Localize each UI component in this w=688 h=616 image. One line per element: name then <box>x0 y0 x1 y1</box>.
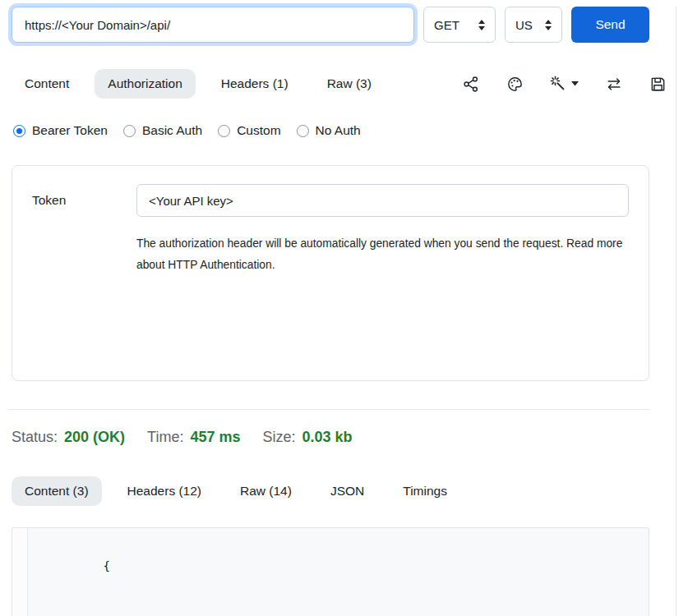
radio-selected-icon <box>13 125 25 137</box>
radio-icon <box>123 125 136 137</box>
response-time-value: 457 ms <box>190 429 240 446</box>
auth-option-label: Bearer Token <box>32 123 108 138</box>
tab-authorization[interactable]: Authorization <box>95 69 195 99</box>
auth-option-bearer-token[interactable]: Bearer Token <box>13 123 108 138</box>
select-arrows-icon <box>545 20 552 30</box>
auth-option-no-auth[interactable]: No Auth <box>297 123 361 138</box>
page-edge-line <box>676 7 676 616</box>
resp-tab-headers[interactable]: Headers (12) <box>114 476 215 506</box>
section-divider <box>8 409 649 410</box>
request-tabs: Content Authorization Headers (1) Raw (3… <box>12 69 676 99</box>
auth-option-basic-auth[interactable]: Basic Auth <box>123 123 202 138</box>
token-help-text: The authorization header will be automat… <box>136 233 630 276</box>
url-input[interactable] <box>12 7 414 43</box>
magic-wand-dropdown-icon[interactable] <box>550 76 579 93</box>
theme-palette-icon[interactable] <box>506 76 524 93</box>
method-select-value: GET <box>434 18 459 32</box>
send-button[interactable]: Send <box>571 7 649 43</box>
response-size: Size: 0.03 kb <box>262 429 352 446</box>
json-open-brace: { <box>103 559 109 572</box>
resp-tab-raw[interactable]: Raw (14) <box>227 476 305 506</box>
bearer-token-panel: Token The authorization header will be a… <box>12 165 649 381</box>
response-time: Time: 457 ms <box>147 429 240 446</box>
status-code-value: 200 (OK) <box>64 429 125 446</box>
request-bar: GET US Send <box>12 7 649 43</box>
region-select[interactable]: US <box>505 7 562 43</box>
auth-option-label: Custom <box>237 123 280 138</box>
token-input[interactable] <box>136 184 629 217</box>
share-icon[interactable] <box>463 76 480 93</box>
response-body-code: { "message": "API running." } <box>28 528 304 616</box>
response-body-block: { "message": "API running." } <box>12 527 649 616</box>
auth-type-options: Bearer Token Basic Auth Custom No Auth <box>13 122 676 139</box>
code-gutter <box>12 528 28 616</box>
save-icon[interactable] <box>649 76 667 93</box>
auth-option-label: No Auth <box>316 123 361 138</box>
response-size-value: 0.03 kb <box>302 429 353 446</box>
auth-option-label: Basic Auth <box>142 123 202 138</box>
radio-icon <box>218 125 230 137</box>
swap-requests-icon[interactable] <box>605 76 623 93</box>
resp-tab-json[interactable]: JSON <box>317 476 377 506</box>
method-select[interactable]: GET <box>423 7 496 43</box>
api-request-tool: GET US Send Content Authorization Header… <box>0 7 688 616</box>
caret-down-icon <box>571 81 579 86</box>
response-tabs: Content (3) Headers (12) Raw (14) JSON T… <box>12 476 676 506</box>
status-code: Status: 200 (OK) <box>12 429 125 446</box>
select-arrows-icon <box>478 20 485 30</box>
region-select-value: US <box>515 18 533 32</box>
resp-tab-timings[interactable]: Timings <box>390 476 460 506</box>
tab-headers[interactable]: Headers (1) <box>208 69 302 99</box>
token-label: Token <box>32 193 136 208</box>
resp-tab-content[interactable]: Content (3) <box>12 476 102 506</box>
response-status-bar: Status: 200 (OK) Time: 457 ms Size: 0.03… <box>12 429 676 446</box>
request-toolbar <box>463 76 676 93</box>
tab-content[interactable]: Content <box>12 69 82 99</box>
radio-icon <box>297 125 309 137</box>
tab-raw[interactable]: Raw (3) <box>314 69 385 99</box>
auth-option-custom[interactable]: Custom <box>218 123 280 138</box>
